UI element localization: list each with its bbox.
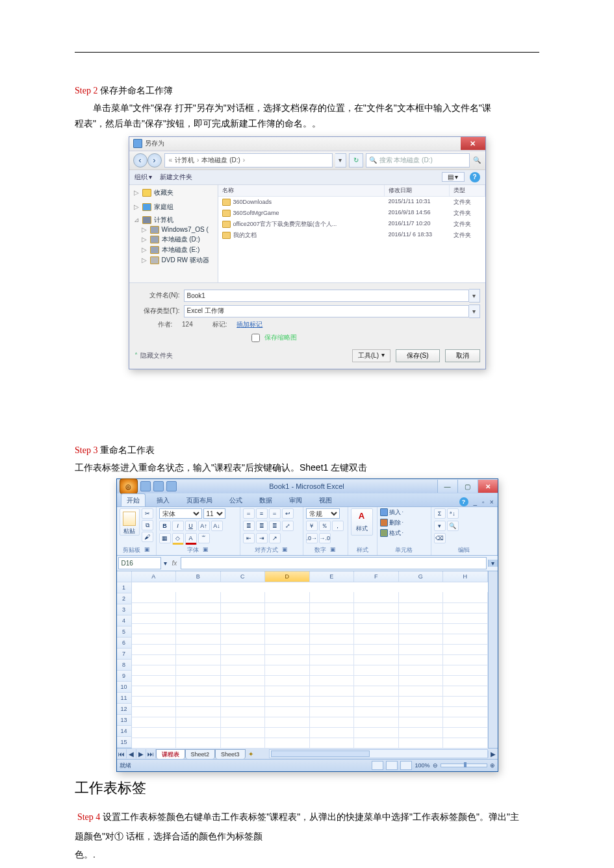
search-input[interactable]: 🔍 搜索 本地磁盘 (D:) [366,153,470,167]
cell[interactable] [221,727,266,738]
column-header[interactable]: C [221,571,266,582]
cell[interactable] [399,613,444,624]
bold-button[interactable]: B [159,521,171,531]
breadcrumb[interactable]: « 计算机 › 本地磁盘 (D:) › [164,153,333,167]
wrap-button[interactable]: ↩ [282,508,294,519]
cell[interactable] [221,738,266,749]
sheet-tab-3[interactable]: Sheet3 [215,749,246,759]
cell[interactable] [221,634,266,645]
cell[interactable] [221,675,266,686]
cell[interactable] [399,644,444,655]
cell[interactable] [221,686,266,697]
cell[interactable] [310,665,355,676]
launcher-icon[interactable]: ▣ [203,546,209,554]
cell[interactable] [399,706,444,717]
cell[interactable] [399,623,444,634]
cell[interactable] [354,686,399,697]
cell[interactable] [310,696,355,707]
cell[interactable] [132,665,177,676]
cell[interactable] [221,623,266,634]
filetype-select[interactable] [184,305,469,317]
cell[interactable] [310,613,355,624]
cell[interactable] [310,717,355,728]
italic-button[interactable]: I [172,521,184,531]
thumbnail-checkbox[interactable] [251,334,260,342]
zoom-slider[interactable] [441,763,487,767]
cell[interactable] [132,738,177,749]
cell[interactable] [265,665,310,676]
align-bottom-button[interactable]: ＝ [269,508,281,519]
cell[interactable] [221,602,266,614]
cell[interactable] [354,623,399,634]
number-format-select[interactable]: 常规 [306,508,340,519]
qat-undo-icon[interactable] [153,481,164,491]
cell[interactable] [265,717,310,728]
row-header[interactable]: 2 [117,593,132,604]
cell[interactable] [354,613,399,624]
cell[interactable] [132,644,177,655]
nav-tree[interactable]: ▷收藏夹 ▷家庭组 ⊿计算机 ▷Windows7_OS ( ▷本地磁盘 (D:)… [129,185,218,282]
cell[interactable] [310,623,355,634]
newfolder-button[interactable]: 新建文件夹 [160,173,192,182]
cell[interactable] [265,706,310,717]
tools-dropdown[interactable]: 工具(L)▾ [352,349,390,362]
ribbon-close-icon[interactable]: × [490,499,494,506]
phonetic-button[interactable]: ⺌ [198,533,210,543]
fx-icon[interactable]: fx [168,560,181,567]
cell[interactable] [354,696,399,707]
cell[interactable] [443,696,488,707]
tags-add-link[interactable]: 插加标记 [237,320,262,329]
cell[interactable] [132,706,177,717]
file-row[interactable]: 360Downloads2015/1/11 10:31文件夹 [218,197,485,208]
cell[interactable] [132,696,177,707]
cell[interactable] [176,592,221,603]
cell[interactable] [176,665,221,676]
row-header[interactable]: 14 [117,726,132,737]
currency-button[interactable]: ￥ [306,521,318,531]
fill-button[interactable]: ▾ [434,521,446,531]
border-button[interactable]: ▦ [159,533,171,543]
underline-button[interactable]: U [185,521,197,531]
cell[interactable] [354,706,399,717]
cell[interactable] [443,613,488,624]
zoom-out-button[interactable]: ⊖ [433,762,438,769]
cell[interactable] [310,634,355,645]
sheet-tab-active[interactable]: 课程表 [156,749,185,759]
row-header[interactable]: 4 [117,615,132,626]
cell[interactable] [176,706,221,717]
cell[interactable] [176,675,221,686]
cell[interactable] [399,727,444,738]
organize-button[interactable]: 组织 ▾ [134,173,153,182]
cell[interactable] [399,602,444,614]
column-header[interactable]: A [132,571,177,582]
cut-icon[interactable]: ✂ [142,508,153,519]
cell[interactable] [443,634,488,645]
indent-dec-button[interactable]: ⇤ [243,533,255,543]
cell[interactable] [265,623,310,634]
close-button[interactable]: ✕ [478,480,498,493]
cell[interactable] [132,634,177,645]
cell[interactable] [399,634,444,645]
file-row[interactable]: 我的文档2016/11/ 6 18:33文件夹 [218,230,485,241]
ribbon-tab[interactable]: 视图 [313,493,338,506]
cell[interactable] [265,602,310,614]
file-row[interactable]: office2007官方下载免费完整版(含个人...2016/11/7 10:2… [218,219,485,230]
nav-computer[interactable]: 计算机 [154,216,173,225]
ribbon-min-icon[interactable]: _ [474,499,478,506]
row-header[interactable]: 12 [117,704,132,715]
row-header[interactable]: 3 [117,604,132,615]
cell[interactable] [176,613,221,624]
cells-delete-button[interactable]: 删除 [389,519,401,527]
col-name[interactable]: 名称 [218,185,385,196]
cell[interactable] [176,602,221,614]
cell[interactable] [399,686,444,697]
filename-dropdown[interactable]: ▾ [469,289,480,303]
cells-insert-button[interactable]: 插入 [389,508,401,517]
new-sheet-button[interactable]: ✦ [246,750,256,758]
cell[interactable] [132,592,177,603]
breadcrumb-seg1[interactable]: 计算机 [175,156,194,165]
cell[interactable] [265,644,310,655]
zoom-in-button[interactable]: ⊕ [490,762,495,769]
cell[interactable] [310,675,355,686]
namebox-dropdown[interactable]: ▾ [162,560,168,567]
